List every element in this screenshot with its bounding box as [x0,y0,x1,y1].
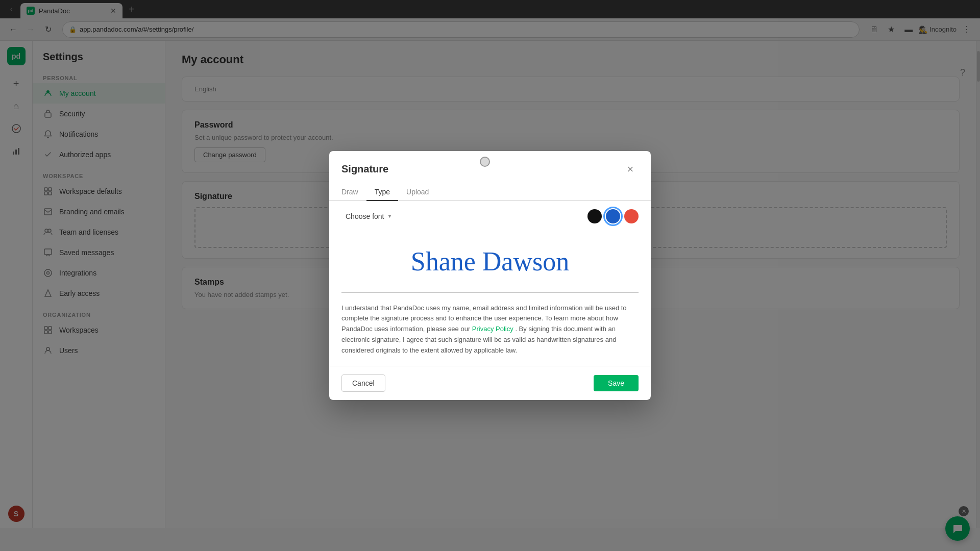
color-red[interactable] [624,209,639,223]
modal-footer: Cancel Save [329,366,651,400]
modal-tabs: Draw Type Upload [329,184,651,201]
modal-controls: Choose font ▼ [329,201,651,232]
modal-header: Signature × [329,151,651,178]
modal-title: Signature [341,163,388,175]
signature-preview-text: Shane Dawson [411,246,570,277]
tab-type[interactable]: Type [366,184,398,201]
signature-preview-area: Shane Dawson [341,232,639,293]
modal-overlay[interactable]: Signature × Draw Type Upload Choose font… [0,0,980,551]
color-options [587,209,639,223]
color-black[interactable] [587,209,602,223]
modal-legal-text: I understand that PandaDoc uses my name,… [329,293,651,366]
font-select-label: Choose font [346,212,384,220]
font-dropdown-icon: ▼ [387,213,393,219]
tab-upload[interactable]: Upload [398,184,437,201]
font-select-button[interactable]: Choose font ▼ [341,210,396,222]
cancel-button[interactable]: Cancel [341,374,385,392]
modal-close-button[interactable]: × [622,161,639,178]
save-button[interactable]: Save [594,375,639,391]
color-blue[interactable] [606,209,620,223]
signature-modal: Signature × Draw Type Upload Choose font… [329,151,651,400]
tab-draw[interactable]: Draw [341,184,366,201]
privacy-policy-link[interactable]: Privacy Policy [472,325,513,333]
